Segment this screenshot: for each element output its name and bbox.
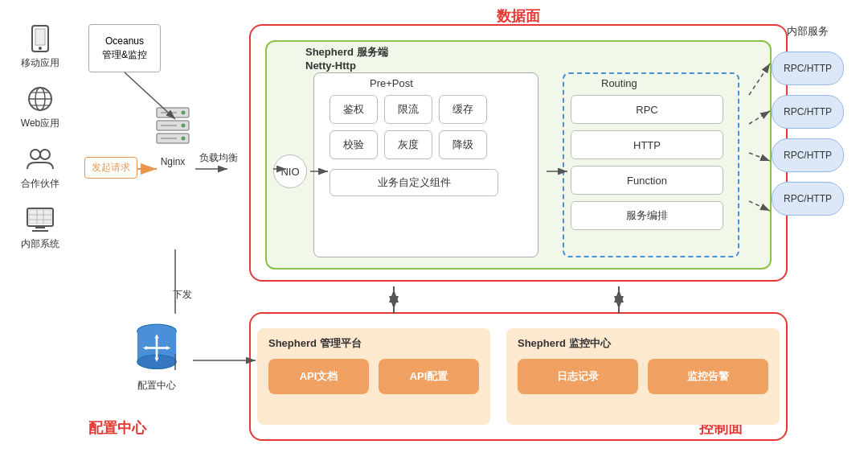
plugin-gray: 灰度: [384, 130, 432, 159]
cloud-svc4: RPC/HTTP: [772, 182, 844, 216]
config-center-icon-text: 配置中心: [137, 379, 176, 393]
config-database-svg: [125, 320, 189, 376]
nginx-section: Nginx: [153, 105, 193, 167]
api-doc-btn: API文档: [268, 359, 369, 394]
mobile-label: 移动应用: [21, 56, 59, 70]
mgmt-buttons: API文档 API配置: [268, 359, 479, 394]
pre-post-label: Pre+Post: [370, 77, 413, 89]
cloud-svc2: RPC/HTTP: [772, 95, 844, 129]
api-config-btn: API配置: [379, 359, 479, 394]
log-btn: 日志记录: [518, 359, 638, 394]
internal-services: 内部服务 RPC/HTTP RPC/HTTP RPC/HTTP RPC/HTTP: [764, 24, 852, 216]
xia-fa-label: 下发: [173, 288, 192, 302]
plugin-validate: 校验: [330, 130, 378, 159]
clients-section: 移动应用 Web应用: [8, 24, 72, 251]
nginx-server-icon: [153, 105, 193, 153]
nio-label: NIO: [280, 166, 299, 178]
partner-icon: [26, 145, 55, 174]
nio-box: NIO: [273, 154, 307, 188]
nginx-label: Nginx: [161, 156, 186, 167]
config-center-icon: 配置中心: [125, 320, 189, 393]
monitor-buttons: 日志记录 监控告警: [518, 359, 768, 394]
routing-http: HTTP: [571, 130, 723, 159]
custom-component-label: 业务自定义组件: [378, 175, 451, 190]
shepherd-server-label: Shepherd 服务端Netty-Http: [305, 45, 388, 72]
plugin-ratelimit: 限流: [384, 95, 432, 124]
svg-point-8: [31, 150, 40, 159]
system-label: 内部系统: [21, 237, 59, 251]
svg-point-22: [182, 124, 186, 128]
svg-rect-1: [35, 29, 45, 45]
mobile-icon: [26, 24, 55, 53]
web-label: Web应用: [21, 117, 59, 130]
request-label: 发起请求: [84, 157, 137, 179]
client-partner: 合作伙伴: [21, 145, 59, 191]
routing-function: Function: [571, 166, 723, 195]
mgmt-platform-label: Shepherd 管理平台: [268, 336, 479, 351]
request-arrow: 发起请求: [84, 157, 137, 179]
partner-label: 合作伙伴: [21, 177, 59, 191]
oceanus-box: Oceanus管理&监控: [88, 24, 161, 72]
svg-point-21: [182, 111, 186, 115]
cloud-svc3: RPC/HTTP: [772, 138, 844, 172]
internal-services-label: 内部服务: [787, 24, 829, 39]
routing-label: Routing: [601, 77, 637, 89]
svg-rect-11: [29, 210, 51, 224]
cloud-svc1: RPC/HTTP: [772, 51, 844, 85]
svg-point-23: [182, 137, 186, 141]
routing-rpc: RPC: [571, 95, 723, 124]
data-plane-label: 数据面: [249, 6, 788, 26]
plugin-auth: 鉴权: [330, 95, 378, 124]
client-web: Web应用: [21, 84, 59, 130]
svg-point-2: [39, 47, 42, 50]
plugin-grid: 鉴权 限流 缓存 校验 灰度 降级: [330, 95, 487, 159]
monitor-center-label: Shepherd 监控中心: [518, 336, 768, 351]
oceanus-label: Oceanus管理&监控: [102, 35, 147, 62]
routing-service: 服务编排: [571, 201, 723, 230]
plugin-cache: 缓存: [439, 95, 487, 124]
web-icon: [26, 84, 55, 113]
routing-items: RPC HTTP Function 服务编排: [571, 95, 723, 230]
mgmt-platform: Shepherd 管理平台 API文档 API配置: [257, 328, 490, 425]
config-center-label-red: 配置中心: [88, 418, 146, 438]
monitor-center: Shepherd 监控中心 日志记录 监控告警: [506, 328, 780, 425]
alert-btn: 监控告警: [648, 359, 768, 394]
client-system: 内部系统: [21, 205, 59, 251]
client-mobile: 移动应用: [21, 24, 59, 70]
custom-component-box: 业务自定义组件: [330, 169, 498, 196]
plugin-downgrade: 降级: [439, 130, 487, 159]
svg-point-9: [40, 150, 50, 159]
load-balance-label: 负载均衡: [199, 151, 238, 165]
system-icon: [26, 205, 55, 234]
diagram-container: 移动应用 Web应用: [0, 0, 868, 465]
